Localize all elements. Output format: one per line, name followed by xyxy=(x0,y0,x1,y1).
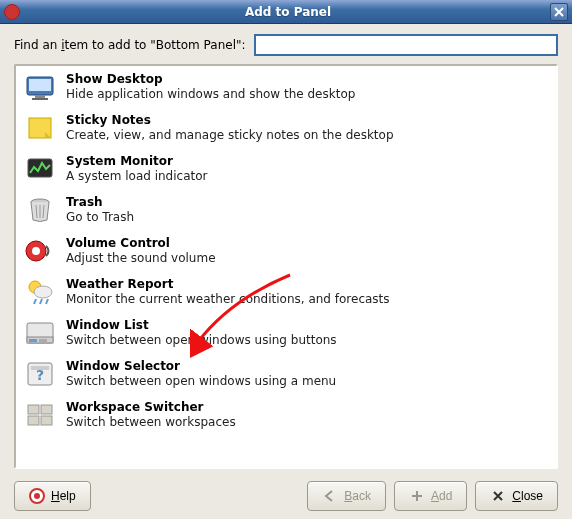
list-item-title: Window Selector xyxy=(66,359,548,373)
svg-point-11 xyxy=(32,247,40,255)
svg-rect-26 xyxy=(28,416,39,425)
svg-text:?: ? xyxy=(36,367,44,383)
window-list-icon xyxy=(24,317,56,349)
list-item-title: Window List xyxy=(66,318,548,332)
back-button-label: Back xyxy=(344,489,371,503)
svg-rect-1 xyxy=(29,79,51,91)
list-item-text: Window Selector Switch between open wind… xyxy=(66,358,548,388)
list-item-text: Sticky Notes Create, view, and manage st… xyxy=(66,112,548,142)
svg-line-14 xyxy=(34,299,36,304)
svg-point-13 xyxy=(34,286,52,298)
window-title: Add to Panel xyxy=(26,5,550,19)
svg-rect-2 xyxy=(35,95,45,98)
list-item[interactable]: Trash Go to Trash xyxy=(18,191,554,232)
titlebar: Add to Panel xyxy=(0,0,572,24)
list-item-desc: Monitor the current weather conditions, … xyxy=(66,292,548,306)
close-button[interactable]: Close xyxy=(475,481,558,511)
list-item-title: Volume Control xyxy=(66,236,548,250)
button-bar: Help Back Add Close xyxy=(14,469,558,511)
trash-icon xyxy=(24,194,56,226)
list-item[interactable]: Show Desktop Hide application windows an… xyxy=(18,68,554,109)
window-selector-icon: ? xyxy=(24,358,56,390)
svg-rect-24 xyxy=(28,405,39,414)
list-item-text: Workspace Switcher Switch between worksp… xyxy=(66,399,548,429)
close-window-button[interactable] xyxy=(550,3,568,21)
list-item-desc: Adjust the sound volume xyxy=(66,251,548,265)
back-icon xyxy=(322,488,338,504)
system-monitor-icon xyxy=(24,153,56,185)
applet-list: Show Desktop Hide application windows an… xyxy=(14,64,558,469)
svg-rect-19 xyxy=(29,339,37,342)
app-icon xyxy=(4,4,20,20)
add-icon xyxy=(409,488,425,504)
list-item-desc: Switch between open windows using button… xyxy=(66,333,548,347)
svg-rect-20 xyxy=(39,339,47,342)
svg-line-16 xyxy=(46,299,48,304)
show-desktop-icon xyxy=(24,71,56,103)
applet-list-inner: Show Desktop Hide application windows an… xyxy=(18,68,554,465)
list-item-desc: Go to Trash xyxy=(66,210,548,224)
list-item[interactable]: Workspace Switcher Switch between worksp… xyxy=(18,396,554,437)
list-item-desc: A system load indicator xyxy=(66,169,548,183)
workspace-switcher-icon xyxy=(24,399,56,431)
help-button-label: Help xyxy=(51,489,76,503)
svg-line-15 xyxy=(40,299,42,304)
list-item-text: Show Desktop Hide application windows an… xyxy=(66,71,548,101)
list-item-title: Trash xyxy=(66,195,548,209)
list-item[interactable]: ? Window Selector Switch between open wi… xyxy=(18,355,554,396)
dialog-content: Find an item to add to "Bottom Panel": S… xyxy=(0,24,572,519)
list-item-desc: Hide application windows and show the de… xyxy=(66,87,548,101)
svg-point-29 xyxy=(34,493,40,499)
help-button[interactable]: Help xyxy=(14,481,91,511)
close-button-label: Close xyxy=(512,489,543,503)
svg-rect-3 xyxy=(32,98,48,100)
weather-report-icon xyxy=(24,276,56,308)
list-item-title: System Monitor xyxy=(66,154,548,168)
list-item-title: Workspace Switcher xyxy=(66,400,548,414)
add-button-label: Add xyxy=(431,489,452,503)
svg-rect-25 xyxy=(41,405,52,414)
list-item-desc: Switch between open windows using a menu xyxy=(66,374,548,388)
list-item-text: Weather Report Monitor the current weath… xyxy=(66,276,548,306)
back-button[interactable]: Back xyxy=(307,481,386,511)
list-item[interactable]: System Monitor A system load indicator xyxy=(18,150,554,191)
search-label: Find an item to add to "Bottom Panel": xyxy=(14,38,246,52)
list-item-text: Trash Go to Trash xyxy=(66,194,548,224)
close-icon xyxy=(490,488,506,504)
list-item[interactable]: Weather Report Monitor the current weath… xyxy=(18,273,554,314)
help-icon xyxy=(29,488,45,504)
list-item-title: Show Desktop xyxy=(66,72,548,86)
search-label-post: tem to add to "Bottom Panel": xyxy=(65,38,246,52)
list-item[interactable]: Window List Switch between open windows … xyxy=(18,314,554,355)
svg-rect-27 xyxy=(41,416,52,425)
list-item-text: Window List Switch between open windows … xyxy=(66,317,548,347)
list-item-text: System Monitor A system load indicator xyxy=(66,153,548,183)
search-input[interactable] xyxy=(254,34,558,56)
list-item-desc: Switch between workspaces xyxy=(66,415,548,429)
list-item-title: Sticky Notes xyxy=(66,113,548,127)
sticky-notes-icon xyxy=(24,112,56,144)
list-item[interactable]: Sticky Notes Create, view, and manage st… xyxy=(18,109,554,150)
search-label-pre: Find an xyxy=(14,38,61,52)
list-item-text: Volume Control Adjust the sound volume xyxy=(66,235,548,265)
add-button[interactable]: Add xyxy=(394,481,467,511)
list-item[interactable]: Volume Control Adjust the sound volume xyxy=(18,232,554,273)
volume-control-icon xyxy=(24,235,56,267)
search-row: Find an item to add to "Bottom Panel": xyxy=(14,34,558,56)
list-item-desc: Create, view, and manage sticky notes on… xyxy=(66,128,548,142)
close-icon xyxy=(554,7,564,17)
list-item-title: Weather Report xyxy=(66,277,548,291)
